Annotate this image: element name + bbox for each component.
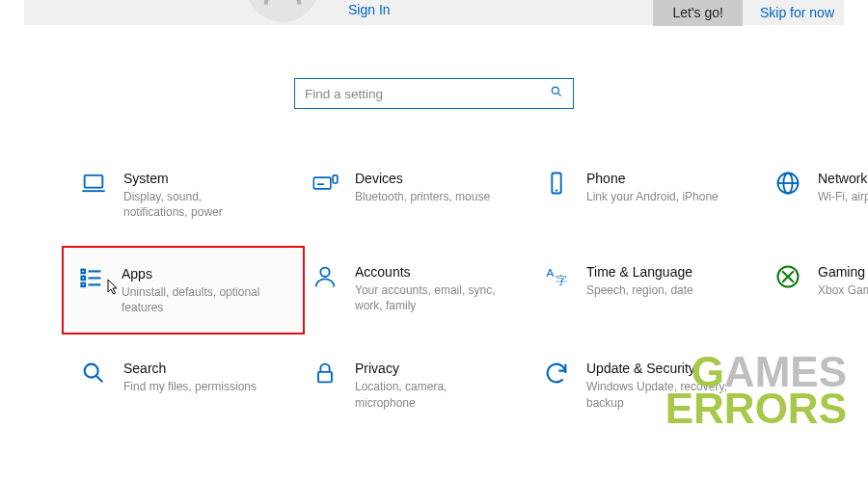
svg-rect-3: [85, 175, 103, 188]
lets-go-button[interactable]: Let's go!: [653, 0, 743, 26]
tile-desc: Xbox Game Bar, captures, Game Mode: [818, 282, 858, 298]
phone-icon: [540, 170, 573, 221]
tile-update-security[interactable]: Update & Security Windows Update, recove…: [536, 352, 768, 418]
tile-accounts[interactable]: Accounts Your accounts, email, sync, wor…: [305, 255, 536, 326]
keyboard-icon: [309, 170, 341, 221]
sign-in-link[interactable]: Sign In: [348, 2, 391, 17]
globe-icon: [772, 170, 804, 221]
tile-gaming[interactable]: Gaming Xbox Game Bar, captures, Game Mod…: [768, 255, 868, 326]
svg-rect-18: [82, 282, 86, 286]
svg-rect-5: [313, 177, 331, 189]
svg-rect-16: [82, 269, 86, 273]
search-input[interactable]: [305, 87, 550, 101]
svg-rect-17: [82, 276, 86, 280]
tile-desc: Wi-Fi, airplane mode: [818, 189, 858, 204]
tile-apps[interactable]: Apps Uninstall, defaults, optional featu…: [62, 246, 305, 335]
tile-title: Devices: [355, 170, 527, 187]
tile-desc: Windows Update, recovery, backup: [586, 379, 731, 410]
list-icon: [75, 265, 108, 316]
svg-rect-28: [318, 372, 332, 383]
tile-desc: Your accounts, email, sync, work, family: [355, 282, 500, 313]
tile-devices[interactable]: Devices Bluetooth, printers, mouse: [305, 162, 536, 228]
search-box[interactable]: [294, 78, 574, 109]
tile-desc: Location, camera, microphone: [355, 379, 500, 410]
cursor-icon: [107, 279, 121, 296]
tile-desc: Bluetooth, printers, mouse: [355, 189, 500, 204]
svg-line-27: [96, 376, 102, 382]
tile-title: System: [123, 170, 295, 187]
tile-system[interactable]: System Display, sound, notifications, po…: [73, 162, 305, 228]
tile-search[interactable]: Search Find my files, permissions: [73, 352, 305, 418]
tile-desc: Uninstall, defaults, optional features: [122, 284, 266, 315]
tile-privacy[interactable]: Privacy Location, camera, microphone: [305, 352, 536, 418]
skip-link[interactable]: Skip for now: [760, 5, 834, 20]
tile-title: Update & Security: [586, 360, 758, 377]
tile-title: Phone: [586, 170, 758, 187]
tile-title: Privacy: [355, 360, 527, 377]
top-bar: Sign In Let's go! Skip for now: [24, 0, 844, 25]
search-icon: [550, 85, 563, 102]
tile-title: Apps: [122, 265, 293, 282]
tile-desc: Find my files, permissions: [123, 379, 268, 394]
tile-desc: Speech, region, date: [586, 282, 731, 298]
settings-grid: System Display, sound, notifications, po…: [0, 109, 868, 418]
tile-title: Search: [123, 360, 295, 377]
xbox-icon: [772, 263, 804, 318]
lock-icon: [309, 360, 341, 411]
tile-desc: Display, sound, notifications, power: [123, 189, 268, 220]
svg-rect-6: [333, 175, 338, 183]
tile-time-language[interactable]: A字 Time & Language Speech, region, date: [536, 255, 768, 326]
tile-desc: Link your Android, iPhone: [586, 189, 731, 204]
tile-title: Accounts: [355, 263, 527, 281]
tile-phone[interactable]: Phone Link your Android, iPhone: [536, 162, 768, 228]
svg-point-26: [85, 364, 98, 378]
svg-line-2: [557, 93, 560, 95]
language-icon: A字: [540, 263, 573, 318]
magnify-icon: [77, 360, 110, 411]
tile-title: Network: [818, 170, 858, 187]
avatar: [246, 0, 319, 22]
tile-network[interactable]: Network Wi-Fi, airplane mode: [768, 162, 868, 228]
svg-text:字: 字: [556, 274, 567, 286]
tile-title: Gaming: [818, 263, 858, 281]
person-icon: [309, 263, 341, 318]
tile-title: Time & Language: [586, 263, 758, 281]
svg-point-22: [320, 267, 329, 276]
svg-point-1: [552, 87, 558, 94]
sync-icon: [540, 360, 573, 411]
laptop-icon: [77, 170, 110, 221]
svg-text:A: A: [547, 266, 555, 279]
